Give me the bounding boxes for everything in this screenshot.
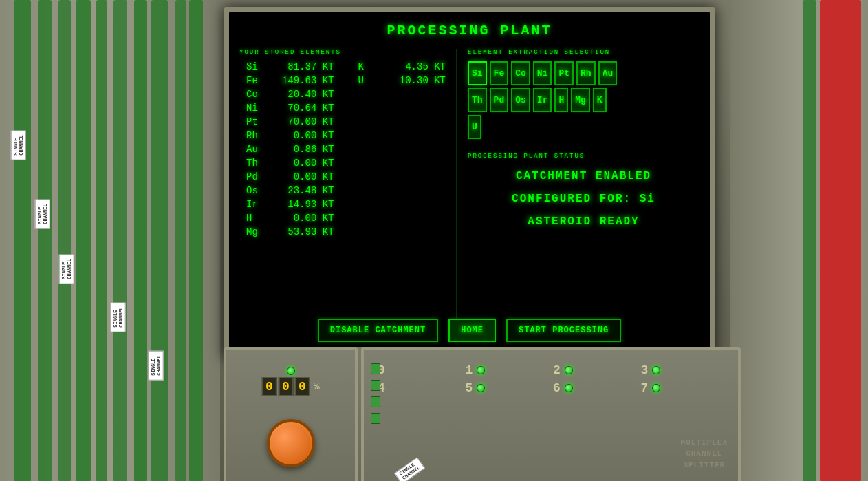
asteroid-status: ASTEROID READY [468,215,699,228]
element-row-rh: Rh 0.00 KT [239,130,341,141]
multiplex-label: MULTIPLEXCHANNELSPLITTER [681,437,728,471]
btn-th[interactable]: Th [468,88,487,112]
num-2: 2 [553,363,561,377]
cable-tag-4: SINGLECHANNEL [111,302,126,332]
element-name-pd: Pd [246,171,267,182]
element-value-mg: 53.93 KT [287,226,334,237]
cable-9 [175,0,186,481]
cable-8 [151,0,168,481]
element-name-si: Si [246,61,267,72]
right-green-cable [803,0,816,481]
element-row-pd: Pd 0.00 KT [239,171,341,182]
btn-pd[interactable]: Pd [490,88,509,112]
btn-os[interactable]: Os [511,88,530,112]
extraction-label: ELEMENT EXTRACTION SELECTION [468,49,699,56]
led-2 [565,366,573,374]
num-3: 3 [641,363,649,377]
cable-1 [14,0,31,481]
element-name-au: Au [246,144,267,155]
led-green [287,367,295,375]
extraction-row-2: Th Pd Os Ir H Mg K [468,88,699,112]
led-7 [652,384,660,392]
element-name-fe: Fe [246,75,267,86]
cable-tag-1: SINGLECHANNEL [11,130,26,160]
led-indicator [287,367,295,375]
num-6: 6 [553,381,561,395]
btn-ni[interactable]: Ni [533,61,552,85]
num-cell-5: 5 [466,381,550,395]
digit-1: 0 [261,377,276,396]
element-value-au: 0.86 KT [294,144,334,155]
btn-k[interactable]: K [593,88,607,112]
num-5: 5 [466,381,473,395]
element-name-pt: Pt [246,116,267,127]
status-section-label: PROCESSING PLANT STATUS [468,153,699,160]
num-cell-1: 1 [466,363,550,377]
btn-ir[interactable]: Ir [533,88,552,112]
catchment-status: CATCHMENT ENABLED [468,170,699,182]
elements-columns: Si 81.37 KT Fe 149.63 KT Co 20.40 KT N [239,61,453,240]
btn-h[interactable]: H [554,88,568,112]
btn-rh[interactable]: Rh [576,61,596,85]
element-row-os: Os 23.48 KT [239,185,341,196]
element-name-mg: Mg [246,226,267,237]
red-cable [820,0,861,481]
cable-6 [113,0,127,481]
element-row-pt: Pt 70.00 KT [239,116,341,127]
multiplex-text: MULTIPLEXCHANNELSPLITTER [681,438,728,469]
home-button[interactable]: HOME [448,319,496,342]
screen-body: YOUR STORED ELEMENTS Si 81.37 KT Fe 149.… [239,49,699,334]
element-row-ni: Ni 70.64 KT [239,103,341,114]
stored-elements-panel: YOUR STORED ELEMENTS Si 81.37 KT Fe 149.… [239,49,453,334]
cable-4 [76,0,91,481]
start-processing-button[interactable]: START PROCESSING [506,319,621,342]
element-name-ir: Ir [246,199,267,210]
btn-si[interactable]: Si [468,61,487,85]
element-value-th: 0.00 KT [294,158,334,169]
btn-mg[interactable]: Mg [571,88,590,112]
connector-1 [371,363,380,374]
element-name-u: U [358,75,379,86]
digit-3: 0 [294,377,310,396]
status-section: PROCESSING PLANT STATUS CATCHMENT ENABLE… [468,153,699,228]
btn-pt[interactable]: Pt [554,61,574,85]
bottom-buttons: DISABLE CATCHMENT HOME START PROCESSING [239,319,699,342]
element-row-th: Th 0.00 KT [239,158,341,169]
led-1 [477,366,485,374]
right-panel-screen: ELEMENT EXTRACTION SELECTION Si Fe Co Ni… [461,49,699,334]
element-name-os: Os [246,185,267,196]
btn-au[interactable]: Au [598,61,618,85]
led-3 [652,366,660,374]
element-name-k: K [358,61,379,72]
element-value-k: 4.35 KT [405,61,446,72]
cable-tag-5: SINGLECHANNEL [149,350,164,380]
btn-co[interactable]: Co [511,61,530,85]
connector-2 [371,380,380,391]
element-value-si: 81.37 KT [287,61,334,72]
btn-fe[interactable]: Fe [490,61,509,85]
elements-col-1: Si 81.37 KT Fe 149.63 KT Co 20.40 KT N [239,61,341,240]
num-cell-7: 7 [641,381,725,395]
screen-container: PROCESSING PLANT YOUR STORED ELEMENTS Si… [224,7,715,358]
element-row-fe: Fe 149.63 KT [239,75,341,86]
big-orange-button[interactable] [267,419,315,467]
cable-5 [96,0,107,481]
cable-3 [58,0,71,481]
element-row-ir: Ir 14.93 KT [239,199,341,210]
element-value-fe: 149.63 KT [282,75,334,86]
connector-3 [371,396,380,407]
element-name-h: H [246,213,267,224]
element-name-ni: Ni [246,103,267,114]
btn-u[interactable]: U [468,115,481,139]
right-wall [730,0,868,481]
cable-10 [189,0,203,481]
vertical-divider [456,49,457,334]
console-left: 0 0 0 % [224,347,358,481]
disable-catchment-button[interactable]: DISABLE CATCHMENT [318,319,438,342]
num-7: 7 [641,381,649,395]
screen-title: PROCESSING PLANT [239,23,699,39]
connector-4 [371,413,380,424]
num-cell-6: 6 [553,381,637,395]
element-row-co: Co 20.40 KT [239,89,341,100]
bottom-console: 0 0 0 % 0 1 2 3 4 [224,347,741,481]
